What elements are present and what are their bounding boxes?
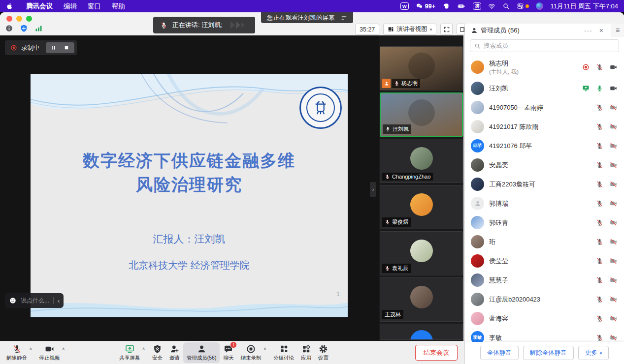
toolbar-分组讨论[interactable]: 分组讨论 xyxy=(270,342,297,363)
mic-muted-icon[interactable] xyxy=(596,334,603,341)
mic-muted-icon[interactable] xyxy=(596,200,603,207)
mic-muted-icon[interactable] xyxy=(596,104,603,111)
menu-app[interactable]: 腾讯会议 xyxy=(26,2,53,11)
member-row-汪刘凯[interactable]: 汪刘凯 xyxy=(465,79,624,98)
mic-muted-icon[interactable] xyxy=(596,296,603,303)
video-tile-汪刘凯[interactable]: 汪刘凯 xyxy=(380,92,463,137)
toolbar-邀请[interactable]: 邀请 xyxy=(166,342,183,363)
view-mode-dropdown[interactable]: 演讲者视图 ▾ xyxy=(383,24,436,35)
zoom-window-button[interactable] xyxy=(26,16,32,22)
mic-muted-icon[interactable] xyxy=(596,181,603,188)
member-row-郭钰青[interactable]: 郭钰青 xyxy=(465,213,624,232)
control-center-icon[interactable] xyxy=(517,2,529,10)
member-row-蓝海容[interactable]: 蓝海容 xyxy=(465,309,624,328)
siri-icon[interactable] xyxy=(536,2,543,10)
camera-off-icon[interactable] xyxy=(610,142,617,150)
end-meeting-button[interactable]: 结束会议 xyxy=(415,345,458,361)
close-window-button[interactable] xyxy=(6,16,12,22)
member-row-杨志明[interactable]: 杨志明(主持人, 我) xyxy=(465,56,624,79)
mic-muted-icon[interactable] xyxy=(596,161,603,169)
unmute-all-button[interactable]: 解除全体静音 xyxy=(523,346,574,360)
toolbar-停止视频[interactable]: 停止视频∧ xyxy=(36,342,69,363)
video-tile-梁俊熠[interactable]: 梁俊熠 xyxy=(380,185,463,229)
member-row-41921076 邱芊[interactable]: 邱芊41921076 邱芊 xyxy=(465,136,624,155)
video-tile-ChangpingZhao[interactable]: ChangpingZhao xyxy=(380,139,463,183)
video-tile-袁礼辰[interactable]: 袁礼辰 xyxy=(380,231,463,275)
mic-muted-icon[interactable] xyxy=(596,315,603,322)
camera-off-icon[interactable] xyxy=(610,104,617,111)
video-tile[interactable] xyxy=(380,324,463,340)
member-row-安晶奕[interactable]: 安晶奕 xyxy=(465,155,624,175)
member-row-江彦辰b20200423[interactable]: 江彦辰b20200423 xyxy=(465,290,624,309)
toolbar-安全[interactable]: 安全 xyxy=(149,342,166,363)
camera-off-icon[interactable] xyxy=(610,257,617,265)
panel-hamburger-icon[interactable]: ≡ xyxy=(611,24,624,36)
panel-close-icon[interactable]: × xyxy=(599,27,603,34)
menu-2[interactable]: 窗口 xyxy=(88,2,101,11)
chevron-up-icon[interactable]: ∧ xyxy=(263,346,266,351)
network-signal-icon[interactable] xyxy=(34,24,43,32)
menu-3[interactable]: 帮助 xyxy=(112,2,125,11)
pause-recording-button[interactable] xyxy=(51,45,57,51)
wechat-menubar-item[interactable]: 99+ xyxy=(416,2,435,10)
banner-collapse-icon[interactable] xyxy=(341,15,347,21)
member-row-41907050—孟雨婷[interactable]: 41907050—孟雨婷 xyxy=(465,98,624,117)
member-row-慧慧子[interactable]: 慧慧子 xyxy=(465,271,624,290)
fullscreen-button[interactable] xyxy=(440,24,453,35)
meeting-security-shield-icon[interactable] xyxy=(20,24,28,32)
more-button[interactable]: 更多▾ xyxy=(578,346,609,360)
camera-off-icon[interactable] xyxy=(610,296,617,303)
video-tile-杨志明[interactable]: 杨志明 xyxy=(380,46,463,91)
chevron-up-icon[interactable]: ∧ xyxy=(29,346,33,351)
camera-on-icon[interactable] xyxy=(610,63,617,71)
minimize-window-button[interactable] xyxy=(16,16,22,22)
camera-off-icon[interactable] xyxy=(610,276,617,284)
screen-sharing-icon[interactable] xyxy=(582,85,590,92)
stop-recording-button[interactable] xyxy=(64,45,69,51)
toolbar-设置[interactable]: 设置 xyxy=(315,342,332,363)
pinyin-input-icon[interactable]: 拼 xyxy=(473,2,481,10)
toolbar-应用[interactable]: 应用 xyxy=(297,342,315,363)
toolbar-共享屏幕[interactable]: 共享屏幕∧ xyxy=(116,342,149,363)
member-search-input[interactable]: 搜索成员 xyxy=(470,39,619,52)
emoji-icon[interactable] xyxy=(9,297,17,304)
member-row-41921017 陈欣雨[interactable]: 41921017 陈欣雨 xyxy=(465,117,624,136)
video-strip-collapse-handle[interactable]: › xyxy=(370,182,376,197)
member-row-工商2203詹筱可[interactable]: 工商2203詹筱可 xyxy=(465,175,624,194)
mute-all-button[interactable]: 全体静音 xyxy=(480,346,519,360)
camera-off-icon[interactable] xyxy=(610,238,617,245)
apple-menu-icon[interactable] xyxy=(6,2,13,10)
chevron-up-icon[interactable]: ∧ xyxy=(62,346,66,351)
chevron-up-icon[interactable]: ∧ xyxy=(142,346,145,351)
chat-collapse-chevron-icon[interactable]: ‹ xyxy=(58,297,60,304)
toolbar-解除静音[interactable]: 解除静音∧ xyxy=(3,342,36,363)
meeting-info-icon[interactable] xyxy=(5,24,13,32)
camera-off-icon[interactable] xyxy=(610,181,617,188)
member-row-珩[interactable]: 珩 xyxy=(465,232,624,251)
member-row-李敏[interactable]: 李敏李敏 xyxy=(465,328,624,342)
wps-icon[interactable]: W xyxy=(400,2,409,10)
mic-on-icon[interactable] xyxy=(596,85,603,92)
quick-chat-input[interactable]: 说点什么... ‹ xyxy=(5,293,64,308)
mic-muted-icon[interactable] xyxy=(596,219,603,226)
camera-off-icon[interactable] xyxy=(610,161,617,169)
video-tile-王茂林[interactable]: 王茂林 xyxy=(380,277,463,322)
mic-muted-icon[interactable] xyxy=(596,238,603,245)
camera-on-icon[interactable] xyxy=(610,85,617,92)
toolbar-结束录制[interactable]: 结束录制∧ xyxy=(237,342,270,363)
mic-muted-icon[interactable] xyxy=(596,63,603,71)
toolbar-聊天[interactable]: 1聊天 xyxy=(220,342,237,363)
evernote-icon[interactable] xyxy=(442,2,450,10)
menu-1[interactable]: 编辑 xyxy=(64,2,77,11)
camera-off-icon[interactable] xyxy=(610,315,617,322)
recording-indicator-icon[interactable] xyxy=(582,63,590,71)
wifi-icon[interactable] xyxy=(488,2,495,10)
camera-off-icon[interactable] xyxy=(610,123,617,130)
mic-muted-icon[interactable] xyxy=(596,257,603,265)
panel-more-icon[interactable]: ··· xyxy=(584,27,592,34)
toolbar-管理成员(56)[interactable]: 管理成员(56) xyxy=(183,342,220,363)
mic-muted-icon[interactable] xyxy=(596,123,603,130)
member-row-侯莹莹[interactable]: 侯莹莹 xyxy=(465,251,624,271)
wechat-icon[interactable] xyxy=(416,2,423,10)
member-row-郭博瑞[interactable]: 郭博瑞 xyxy=(465,194,624,213)
